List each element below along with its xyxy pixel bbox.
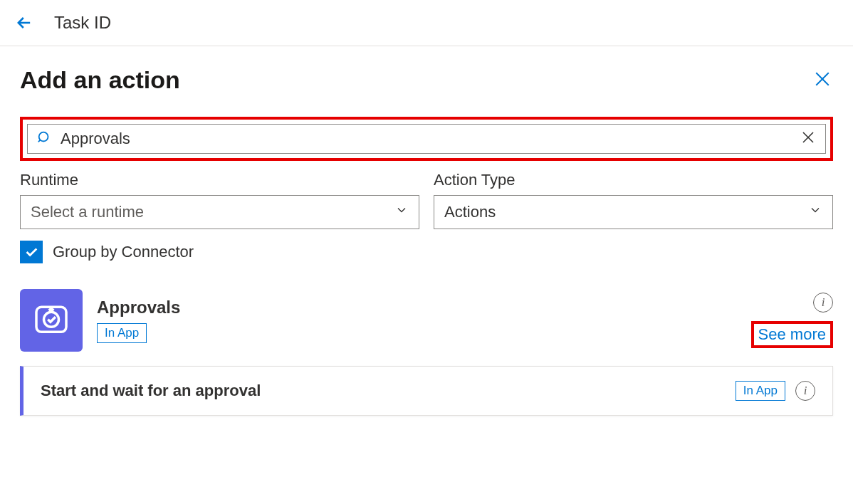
actiontype-value: Actions [444, 203, 496, 221]
connector-right: i See more [751, 293, 833, 348]
search-highlight-box [20, 117, 833, 161]
topbar: Task ID [0, 0, 853, 46]
connector-block: Approvals In App i See more [20, 289, 833, 352]
connector-info: Approvals In App [97, 298, 180, 343]
connector-badge: In App [97, 323, 147, 343]
action-info-icon[interactable]: i [795, 381, 815, 401]
actiontype-select[interactable]: Actions [434, 195, 833, 229]
panel-title: Add an action [20, 66, 180, 94]
runtime-filter-group: Runtime Select a runtime [20, 171, 419, 229]
actiontype-label: Action Type [434, 171, 833, 189]
connector-left: Approvals In App [20, 289, 180, 352]
runtime-placeholder: Select a runtime [31, 203, 144, 221]
connector-name: Approvals [97, 298, 180, 317]
runtime-select[interactable]: Select a runtime [20, 195, 419, 229]
group-by-connector-checkbox[interactable] [20, 241, 43, 263]
runtime-label: Runtime [20, 171, 419, 189]
topbar-title: Task ID [54, 13, 111, 33]
group-by-connector-row: Group by Connector [20, 241, 833, 263]
actiontype-filter-group: Action Type Actions [434, 171, 833, 229]
action-card-start-and-wait[interactable]: Start and wait for an approval In App i [20, 366, 833, 416]
see-more-link[interactable]: See more [758, 325, 826, 343]
clear-search-icon[interactable] [800, 129, 817, 149]
add-action-panel: Add an action Runtime Select a runtime [0, 46, 853, 430]
approvals-connector-icon[interactable] [20, 289, 83, 352]
action-badge: In App [736, 381, 785, 401]
svg-point-0 [39, 132, 48, 142]
panel-header: Add an action [20, 66, 833, 94]
close-panel-icon[interactable] [812, 68, 833, 93]
chevron-down-icon [808, 203, 822, 221]
filter-row: Runtime Select a runtime Action Type Act… [20, 171, 833, 229]
action-card-title: Start and wait for an approval [41, 382, 261, 400]
search-input[interactable] [61, 130, 791, 148]
back-arrow-icon[interactable] [14, 13, 34, 33]
search-icon [36, 130, 52, 148]
see-more-highlight: See more [751, 321, 833, 348]
connector-info-icon[interactable]: i [813, 293, 833, 313]
chevron-down-icon [394, 203, 409, 221]
search-box[interactable] [27, 124, 826, 154]
group-by-connector-label: Group by Connector [53, 243, 194, 261]
action-card-right: In App i [736, 381, 815, 401]
